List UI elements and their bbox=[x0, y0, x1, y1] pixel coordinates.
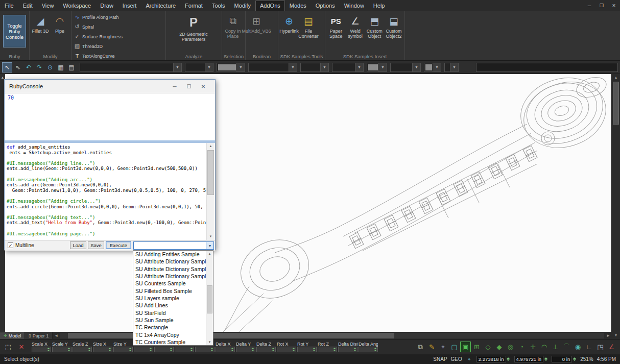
inspector-input-scale-z[interactable] bbox=[73, 347, 92, 352]
dock-arrow-icon[interactable]: ▲ bbox=[1, 76, 5, 79]
list-item-tc-counters-sample[interactable]: TC Counters Sample bbox=[133, 338, 206, 345]
select-2d-icon[interactable]: ▢ bbox=[449, 342, 460, 352]
menu-architecture[interactable]: Architecture bbox=[141, 1, 180, 11]
load-button[interactable]: Load bbox=[70, 241, 86, 249]
inspector-input-size-z[interactable] bbox=[134, 347, 153, 352]
ribbon-button-surface-roughness[interactable]: ✓Surface Roughness bbox=[73, 32, 118, 41]
inspector-input-rot-z[interactable] bbox=[318, 347, 337, 352]
ribbon-button-hyperlink[interactable]: ⊕Hyperlink bbox=[279, 12, 299, 35]
inspector-input-pos-x[interactable] bbox=[154, 347, 174, 352]
inspector-input-size-x[interactable] bbox=[93, 347, 112, 352]
ortho-mode-icon[interactable]: ∟ bbox=[584, 342, 594, 352]
tab-model[interactable]: ✛Model bbox=[0, 332, 25, 339]
vertical-scroll-thumb[interactable] bbox=[613, 82, 619, 125]
center-snap-icon[interactable]: ◎ bbox=[505, 342, 516, 352]
console-code[interactable]: def add_sample_entities ents = Sketchup.… bbox=[5, 143, 215, 240]
menu-format[interactable]: Format bbox=[180, 1, 207, 11]
node-edit-icon[interactable]: ⇖ bbox=[13, 62, 23, 72]
menu-edit[interactable]: Edit bbox=[18, 1, 37, 11]
geo-toggle[interactable]: GEO bbox=[451, 356, 462, 362]
y-spinner[interactable] bbox=[543, 356, 548, 362]
workplane-icon[interactable]: ◳ bbox=[595, 342, 606, 352]
layer-combo[interactable]: ▼ bbox=[444, 63, 459, 72]
list-item-su-attribute-dictionary-sample-3[interactable]: SU Attribute Dictionary Sample 3 bbox=[133, 273, 206, 280]
minimize-button[interactable]: ─ bbox=[583, 0, 595, 11]
ribbon-button-custom-object[interactable]: ⬒Custom Object bbox=[365, 12, 385, 40]
ribbon-button-file-converter[interactable]: ▤File Converter bbox=[299, 12, 318, 40]
execute-button[interactable]: Execute bbox=[106, 241, 131, 249]
scroll-up-icon[interactable]: ▲ bbox=[206, 251, 213, 257]
samples-scroll-thumb[interactable] bbox=[207, 285, 212, 313]
menu-window[interactable]: Window bbox=[340, 1, 369, 11]
ribbon-button-thread3d[interactable]: ▨Thread3D bbox=[73, 41, 118, 51]
list-item-su-layers-sample[interactable]: SU Layers sample bbox=[133, 295, 206, 302]
ribbon-button-pipe[interactable]: ◠Pipe bbox=[50, 12, 69, 35]
list-item-su-filleted-box-sample[interactable]: SU Filleted Box Sample bbox=[133, 287, 206, 295]
vertex-snap-icon[interactable]: ◇ bbox=[483, 342, 493, 352]
scroll-up-icon[interactable]: ▲ bbox=[207, 143, 214, 150]
menu-view[interactable]: View bbox=[37, 1, 59, 11]
hatch-combo[interactable]: ▼ bbox=[390, 63, 421, 72]
console-titlebar[interactable]: RubyConsole ─ ☐ ✕ bbox=[5, 80, 215, 93]
quadrant-snap-icon[interactable]: ◔ bbox=[516, 342, 527, 352]
inspector-input-scale-x[interactable] bbox=[32, 347, 51, 352]
magnetic-snap-icon[interactable]: ◉ bbox=[573, 342, 583, 352]
fill-color-combo[interactable]: ▼ bbox=[367, 63, 387, 72]
tangent-snap-icon[interactable]: ◠ bbox=[539, 342, 550, 352]
menu-workspace[interactable]: Workspace bbox=[58, 1, 96, 11]
pattern-combo[interactable]: ▼ bbox=[332, 63, 364, 72]
inspector-input-delta-y[interactable] bbox=[236, 347, 255, 352]
inspector-input-delta-ang[interactable] bbox=[359, 347, 378, 352]
undo-icon[interactable]: ↶ bbox=[23, 62, 34, 72]
tab-paper-1[interactable]: ▯Paper 1 bbox=[25, 332, 53, 339]
scroll-down-icon[interactable]: ▼ bbox=[206, 339, 213, 345]
list-item-tc-1x4-arraycopy[interactable]: TC 1x4 ArrayCopy bbox=[133, 331, 206, 338]
list-item-tc-rectangle[interactable]: TC Rectangle bbox=[133, 324, 206, 331]
edit-extents-icon[interactable]: ✎ bbox=[426, 342, 437, 352]
line-color-combo[interactable]: ▼ bbox=[217, 63, 245, 72]
deselect-icon[interactable]: ✕ bbox=[16, 342, 27, 352]
ribbon-button-toggle-ruby-console[interactable]: Toggle Ruby Console bbox=[3, 15, 26, 47]
menu-modify[interactable]: Modify bbox=[230, 1, 255, 11]
print-icon[interactable]: ▤ bbox=[66, 62, 77, 72]
nearest-snap-icon[interactable]: ⌒ bbox=[561, 342, 572, 352]
tab-scroll-right-icon[interactable]: ► bbox=[605, 332, 612, 339]
save-button[interactable]: Save bbox=[88, 241, 104, 249]
inspector-input-delta-z[interactable] bbox=[256, 347, 276, 352]
list-item-su-counters-sample[interactable]: SU Counters Sample bbox=[133, 280, 206, 287]
inspector-input-size-y[interactable] bbox=[113, 347, 133, 352]
tab-scroll-left-icon[interactable]: ◄ bbox=[53, 332, 60, 339]
menu-modes[interactable]: Modes bbox=[285, 1, 311, 11]
console-maximize-button[interactable]: ☐ bbox=[182, 81, 196, 91]
brush-color-combo[interactable]: ▼ bbox=[424, 63, 441, 72]
list-item-su-starfield[interactable]: SU StarField bbox=[133, 309, 206, 317]
line-style-combo[interactable]: ▼ bbox=[248, 63, 297, 72]
selector-mode-icon[interactable]: ⬚ bbox=[3, 342, 13, 352]
ribbon-button-custom-object2[interactable]: ⬓Custom Object2 bbox=[384, 12, 403, 40]
menu-tools[interactable]: Tools bbox=[207, 1, 230, 11]
list-item-su-add-lines[interactable]: SU Add Lines bbox=[133, 302, 206, 309]
menu-help[interactable]: Help bbox=[369, 1, 390, 11]
ribbon-button-spiral[interactable]: ↺Spiral bbox=[73, 22, 118, 32]
scroll-down-icon[interactable]: ▼ bbox=[612, 332, 620, 339]
samples-scrollbar[interactable]: ▲ ▼ bbox=[206, 251, 213, 345]
list-item-su-sun-sample[interactable]: SU Sun Sample bbox=[133, 317, 206, 324]
z-coordinate-field[interactable]: 0 in bbox=[552, 356, 577, 362]
ribbon-button-profile-along-path[interactable]: ∿Profile Along Path bbox=[73, 12, 118, 22]
list-item-su-adding-entities-sample[interactable]: SU Adding Entities Sample bbox=[133, 251, 206, 258]
list-item-su-attribute-dictionary-sample-1[interactable]: SU Attribute Dictionary Sample 1 bbox=[133, 258, 206, 265]
list-item-su-attribute-dictionary-sample-2[interactable]: SU Attribute Dictionary Sample 2 bbox=[133, 265, 206, 273]
midpoint-snap-icon[interactable]: ◆ bbox=[494, 342, 505, 352]
select-3d-icon[interactable]: ▣ bbox=[460, 342, 471, 352]
inspector-input-scale-y[interactable] bbox=[52, 347, 71, 352]
ribbon-button-multiadd-vb6[interactable]: ⊞MultiAdd_VB6 bbox=[247, 12, 266, 35]
scroll-up-icon[interactable]: ▲ bbox=[612, 74, 620, 81]
console-code-scrollbar[interactable]: ▲ ▼ bbox=[206, 143, 214, 240]
redo-icon[interactable]: ↷ bbox=[34, 62, 44, 72]
inspector-input-delta-dist[interactable] bbox=[338, 347, 357, 352]
multiline-checkbox[interactable]: ✓ bbox=[8, 242, 13, 248]
pick-reference-icon[interactable]: ⌖ bbox=[438, 342, 448, 352]
angle-lock-icon[interactable]: ∠ bbox=[606, 342, 617, 352]
menu-options[interactable]: Options bbox=[311, 1, 340, 11]
ribbon-button-2d-geometric-parameters[interactable]: P2D Geometric Parameters bbox=[167, 12, 220, 43]
